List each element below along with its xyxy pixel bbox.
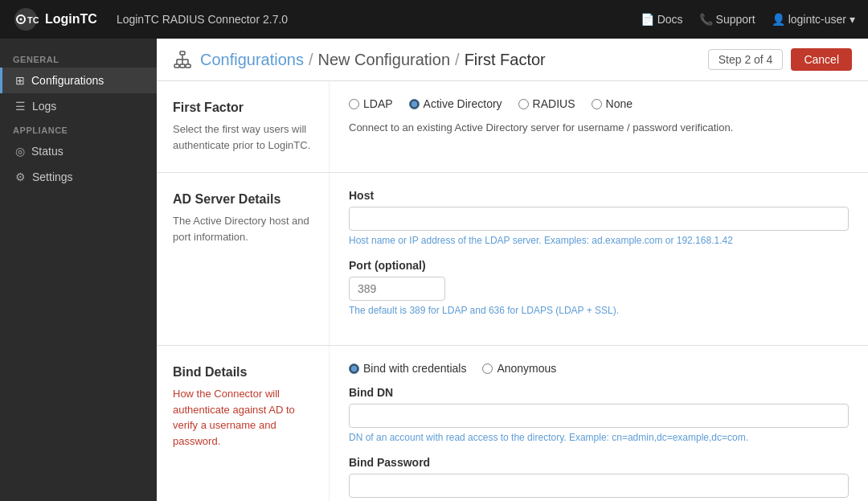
phone-icon: 📞 <box>699 13 713 26</box>
appliance-section-label: APPLIANCE <box>0 119 157 138</box>
bind-details-description: How the Connector will authenticate agai… <box>173 386 313 449</box>
breadcrumb-current: First Factor <box>465 51 546 69</box>
radio-radius-input[interactable] <box>518 99 529 109</box>
first-factor-radio-group: LDAP Active Directory RADIUS None <box>349 97 849 110</box>
radio-active-directory-label: Active Directory <box>424 97 502 110</box>
chevron-down-icon: ▾ <box>850 13 855 26</box>
docs-icon: 📄 <box>641 13 654 26</box>
radio-anonymous-label: Anonymous <box>497 362 556 375</box>
bind-password-input[interactable] <box>349 474 849 498</box>
port-input[interactable] <box>349 277 445 301</box>
bind-dn-input[interactable] <box>349 404 849 428</box>
ad-server-description: The Active Directory host and port infor… <box>173 213 313 244</box>
radio-bind-credentials-label: Bind with credentials <box>363 362 466 375</box>
user-menu[interactable]: 👤 logintc-user ▾ <box>772 13 855 26</box>
svg-point-2 <box>20 18 23 21</box>
cancel-button[interactable]: Cancel <box>791 48 852 71</box>
app-title: LoginTC RADIUS Connector 2.7.0 <box>117 13 288 26</box>
brand-name: LoginTC <box>45 12 97 27</box>
first-factor-section: First Factor Select the first way users … <box>157 81 868 173</box>
host-form-group: Host Host name or IP address of the LDAP… <box>349 189 849 246</box>
svg-rect-7 <box>186 64 190 68</box>
svg-text:TC: TC <box>27 15 39 25</box>
sidebar-item-configurations-label: Configurations <box>31 74 104 87</box>
host-hint: Host name or IP address of the LDAP serv… <box>349 235 849 246</box>
radio-radius-label: RADIUS <box>533 97 575 110</box>
port-label: Port (optional) <box>349 259 849 272</box>
breadcrumb: Configurations / New Configuration / Fir… <box>200 51 546 69</box>
content: First Factor Select the first way users … <box>157 81 868 501</box>
ad-server-title: AD Server Details <box>173 192 313 207</box>
host-input[interactable] <box>349 207 849 231</box>
port-form-group: Port (optional) The default is 389 for L… <box>349 259 849 316</box>
radio-radius[interactable]: RADIUS <box>518 97 575 110</box>
bind-dn-label: Bind DN <box>349 386 849 399</box>
first-factor-content: LDAP Active Directory RADIUS None <box>330 81 868 172</box>
topnav-right: 📄 Docs 📞 Support 👤 logintc-user ▾ <box>641 13 855 26</box>
settings-icon: ⚙ <box>15 170 26 183</box>
radio-active-directory-input[interactable] <box>409 99 420 109</box>
general-section-label: GENERAL <box>0 48 157 68</box>
bind-dn-hint: DN of an account with read access to the… <box>349 432 849 443</box>
brand: TC LoginTC <box>13 6 97 32</box>
host-label: Host <box>349 189 849 202</box>
page-header: Configurations / New Configuration / Fir… <box>157 39 868 81</box>
logs-icon: ☰ <box>15 100 26 113</box>
ad-server-content: Host Host name or IP address of the LDAP… <box>330 173 868 345</box>
radio-bind-credentials-input[interactable] <box>349 363 359 374</box>
step-badge: Step 2 of 4 <box>708 49 784 70</box>
page-header-left: Configurations / New Configuration / Fir… <box>173 50 546 69</box>
first-factor-connect-description: Connect to an existing Active Directory … <box>349 121 849 133</box>
radio-anonymous-input[interactable] <box>482 363 493 374</box>
sidebar-item-configurations[interactable]: ⊞ Configurations <box>0 68 157 93</box>
bind-password-form-group: Bind Password <box>349 456 849 498</box>
svg-rect-6 <box>180 64 185 68</box>
user-icon: 👤 <box>772 13 785 26</box>
sidebar-item-settings[interactable]: ⚙ Settings <box>0 164 157 190</box>
topnav: TC LoginTC LoginTC RADIUS Connector 2.7.… <box>0 0 868 39</box>
first-factor-sidebar: First Factor Select the first way users … <box>157 81 330 172</box>
radio-active-directory[interactable]: Active Directory <box>409 97 502 110</box>
first-factor-description: Select the first way users will authenti… <box>173 121 313 153</box>
radio-ldap-input[interactable] <box>349 99 359 109</box>
ad-server-section: AD Server Details The Active Directory h… <box>157 173 868 346</box>
sidebar: GENERAL ⊞ Configurations ☰ Logs APPLIANC… <box>0 39 157 501</box>
breadcrumb-sep1: / <box>309 51 313 69</box>
bind-details-content: Bind with credentials Anonymous Bind DN … <box>330 346 868 501</box>
sidebar-item-settings-label: Settings <box>32 170 73 183</box>
radio-none[interactable]: None <box>592 97 633 110</box>
support-link[interactable]: 📞 Support <box>699 13 755 26</box>
page-icon <box>173 50 192 69</box>
bind-password-label: Bind Password <box>349 456 849 469</box>
radio-bind-credentials[interactable]: Bind with credentials <box>349 362 466 375</box>
radio-none-label: None <box>606 97 633 110</box>
radio-ldap[interactable]: LDAP <box>349 97 393 110</box>
breadcrumb-sep2: / <box>455 51 460 69</box>
status-icon: ◎ <box>15 145 25 158</box>
ad-server-sidebar: AD Server Details The Active Directory h… <box>157 173 330 345</box>
bind-details-title: Bind Details <box>173 365 313 380</box>
first-factor-title: First Factor <box>173 101 313 115</box>
port-hint: The default is 389 for LDAP and 636 for … <box>349 305 849 316</box>
breadcrumb-new-config: New Configuration <box>318 51 451 69</box>
bind-details-sidebar: Bind Details How the Connector will auth… <box>157 346 330 501</box>
sidebar-item-logs-label: Logs <box>32 100 56 113</box>
sidebar-item-status[interactable]: ◎ Status <box>0 138 157 164</box>
configurations-icon: ⊞ <box>15 74 25 87</box>
docs-link[interactable]: 📄 Docs <box>641 13 683 26</box>
bind-dn-form-group: Bind DN DN of an account with read acces… <box>349 386 849 443</box>
breadcrumb-configurations-link[interactable]: Configurations <box>200 51 304 69</box>
svg-rect-5 <box>174 64 179 68</box>
bind-radio-group: Bind with credentials Anonymous <box>349 362 849 375</box>
page-header-right: Step 2 of 4 Cancel <box>708 48 852 71</box>
radio-ldap-label: LDAP <box>363 97 393 110</box>
sidebar-item-logs[interactable]: ☰ Logs <box>0 93 157 119</box>
bind-details-section: Bind Details How the Connector will auth… <box>157 346 868 501</box>
radio-none-input[interactable] <box>592 99 602 109</box>
sidebar-item-status-label: Status <box>31 145 63 158</box>
svg-rect-4 <box>180 51 185 55</box>
logintc-logo: TC <box>13 6 39 32</box>
main-content: Configurations / New Configuration / Fir… <box>157 39 868 501</box>
radio-anonymous[interactable]: Anonymous <box>482 362 556 375</box>
